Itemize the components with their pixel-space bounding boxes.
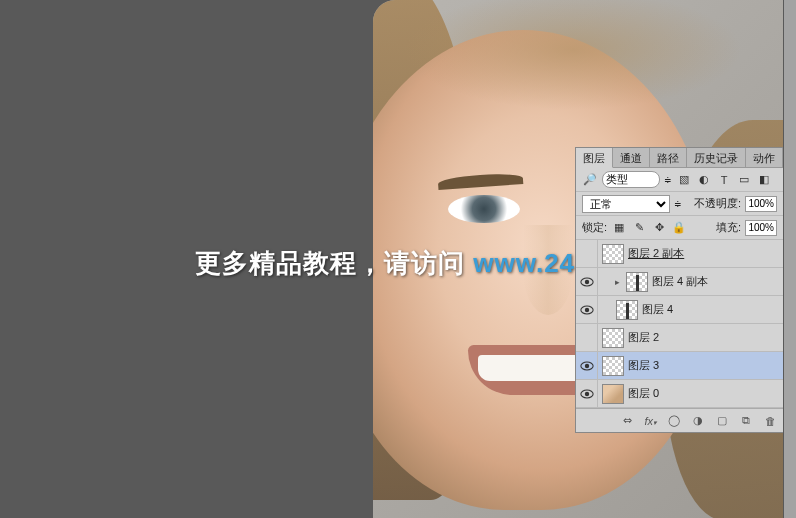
svg-point-1 xyxy=(584,279,588,283)
visibility-toggle[interactable] xyxy=(576,268,598,295)
layer-thumbnail[interactable] xyxy=(602,328,624,348)
layer-thumbnail[interactable] xyxy=(602,244,624,264)
layer-row[interactable]: 图层 4 xyxy=(576,296,783,324)
link-layers-icon[interactable]: ⇔ xyxy=(620,414,634,428)
svg-point-5 xyxy=(584,363,588,367)
visibility-toggle[interactable] xyxy=(576,380,598,407)
pasteboard xyxy=(784,0,796,518)
layer-row[interactable]: ▸图层 4 副本 xyxy=(576,268,783,296)
layer-name-label[interactable]: 图层 3 xyxy=(628,358,659,373)
lock-position-icon[interactable]: ✥ xyxy=(651,221,667,235)
layer-thumbnail[interactable] xyxy=(602,356,624,376)
layer-row[interactable]: 图层 0 xyxy=(576,380,783,408)
layer-name-label[interactable]: 图层 2 xyxy=(628,330,659,345)
svg-point-7 xyxy=(584,391,588,395)
visibility-toggle[interactable] xyxy=(576,296,598,323)
visibility-toggle[interactable] xyxy=(576,324,598,351)
blend-row: 正常 ≑ 不透明度: xyxy=(576,192,783,216)
search-icon: 🔎 xyxy=(582,173,598,187)
layer-name-label[interactable]: 图层 2 副本 xyxy=(628,246,684,261)
svg-point-3 xyxy=(584,307,588,311)
layer-name-label[interactable]: 图层 4 副本 xyxy=(652,274,708,289)
panel-tabs: 图层通道路径历史记录动作 xyxy=(576,148,783,168)
filter-shape-icon[interactable]: ▭ xyxy=(736,173,752,187)
tab-历史记录[interactable]: 历史记录 xyxy=(687,148,746,167)
adjustment-layer-icon[interactable]: ◑ xyxy=(691,414,705,428)
new-layer-icon[interactable]: ⧉ xyxy=(739,414,753,428)
watermark-prefix: 更多精品教程，请访问 xyxy=(195,248,473,278)
filter-type-icon[interactable]: T xyxy=(716,173,732,187)
blend-mode-select[interactable]: 正常 xyxy=(582,195,670,213)
layers-list: 图层 2 副本▸图层 4 副本图层 4图层 2图层 3图层 0 xyxy=(576,240,783,408)
tab-通道[interactable]: 通道 xyxy=(613,148,650,167)
filter-smart-icon[interactable]: ◧ xyxy=(756,173,772,187)
layer-row[interactable]: 图层 2 副本 xyxy=(576,240,783,268)
filter-image-icon[interactable]: ▧ xyxy=(676,173,692,187)
lock-row: 锁定: ▦ ✎ ✥ 🔒 填充: xyxy=(576,216,783,240)
mask-icon[interactable]: ◯ xyxy=(667,414,681,428)
lock-label: 锁定: xyxy=(582,220,607,235)
photo-eye xyxy=(448,195,520,223)
layer-row[interactable]: 图层 3 xyxy=(576,352,783,380)
fill-label: 填充: xyxy=(716,220,741,235)
layer-row[interactable]: 图层 2 xyxy=(576,324,783,352)
lock-pixels-icon[interactable]: ▦ xyxy=(611,221,627,235)
filter-adjust-icon[interactable]: ◐ xyxy=(696,173,712,187)
trash-icon[interactable]: 🗑 xyxy=(763,414,777,428)
tab-路径[interactable]: 路径 xyxy=(650,148,687,167)
fx-icon[interactable]: fx▾ xyxy=(644,415,657,427)
dropdown-icon: ≑ xyxy=(664,175,672,185)
lock-brush-icon[interactable]: ✎ xyxy=(631,221,647,235)
fill-input[interactable] xyxy=(745,220,777,236)
visibility-toggle[interactable] xyxy=(576,240,598,267)
layer-thumbnail[interactable] xyxy=(602,384,624,404)
photo-hair xyxy=(403,0,743,110)
opacity-input[interactable] xyxy=(745,196,777,212)
group-icon[interactable]: ▢ xyxy=(715,414,729,428)
tab-图层[interactable]: 图层 xyxy=(576,148,613,168)
layer-name-label[interactable]: 图层 0 xyxy=(628,386,659,401)
layers-panel: 图层通道路径历史记录动作 🔎 ≑ ▧ ◐ T ▭ ◧ 正常 ≑ 不透明度: 锁定… xyxy=(575,147,783,433)
tab-动作[interactable]: 动作 xyxy=(746,148,783,167)
clip-arrow-icon: ▸ xyxy=(612,277,622,287)
opacity-label: 不透明度: xyxy=(694,196,741,211)
visibility-toggle[interactable] xyxy=(576,352,598,379)
layer-thumbnail[interactable] xyxy=(616,300,638,320)
lock-all-icon[interactable]: 🔒 xyxy=(671,221,687,235)
panel-footer: ⇔ fx▾ ◯ ◑ ▢ ⧉ 🗑 xyxy=(576,408,783,432)
layer-name-label[interactable]: 图层 4 xyxy=(642,302,673,317)
filter-kind-select[interactable] xyxy=(602,171,660,188)
layer-thumbnail[interactable] xyxy=(626,272,648,292)
dropdown-icon: ≑ xyxy=(674,199,682,209)
filter-row: 🔎 ≑ ▧ ◐ T ▭ ◧ xyxy=(576,168,783,192)
